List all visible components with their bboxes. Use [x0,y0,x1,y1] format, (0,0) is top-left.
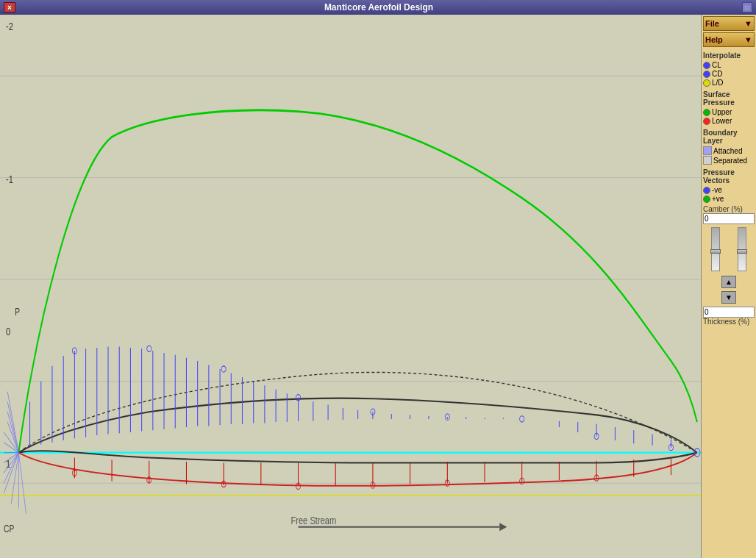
app-title: Manticore Aerofoil Design [15,2,742,12]
maximize-button[interactable]: □ [742,2,752,12]
cl-label: CL [712,61,721,69]
upper-radio[interactable] [703,109,710,116]
ld-radio-row: L/D [703,79,755,87]
svg-rect-0 [0,15,701,558]
attached-label: Attached [713,147,742,155]
cp-axis-label: CP [4,523,14,534]
camber-container: Camber (%) [703,205,755,273]
thickness-label: Thickness (%) [703,318,755,326]
thickness-value[interactable] [703,307,755,318]
ld-radio[interactable] [703,79,710,87]
attached-checkbox[interactable] [703,146,712,155]
file-button[interactable]: File ▼ [703,16,755,31]
scroll-down-button[interactable]: ▼ [721,291,736,304]
neg-ve-row: -ve [703,186,755,194]
camber-value[interactable] [703,213,755,224]
separated-label: Separated [713,157,747,165]
free-stream-label: Free Stream [290,514,336,526]
nav-arrows: ▲ [703,276,755,288]
y-label-0: 0 [6,326,10,338]
interpolate-section-label: Interpolate [703,51,755,60]
camber-slider[interactable] [711,227,720,271]
help-button[interactable]: Help ▼ [703,32,755,47]
camber-slider2[interactable] [738,227,746,271]
attached-row: Attached [703,146,755,155]
lower-radio-row: Lower [703,117,755,125]
upper-radio-row: Upper [703,108,755,116]
cl-radio[interactable] [703,62,710,69]
camber-label: Camber (%) [703,205,755,213]
p-axis-label: P [15,306,20,318]
cd-label: CD [712,70,722,78]
pos-ve-row: +ve [703,195,755,203]
close-button[interactable]: × [4,2,15,12]
surface-pressure-label: Surface Pressure [703,90,755,107]
right-panel: File ▼ Help ▼ Interpolate CL CD L/D Surf… [701,15,756,558]
pos-ve-label: +ve [712,195,724,203]
y-label-neg1: -1 [6,173,13,185]
chart-area: -2 -1 0 1 CP P Free Stream [0,15,701,558]
lower-radio[interactable] [703,118,710,125]
neg-ve-label: -ve [712,186,722,194]
separated-checkbox[interactable] [703,156,712,165]
neg-ve-radio[interactable] [703,187,710,194]
y-label-neg2: -2 [6,20,13,32]
ld-label: L/D [712,79,724,87]
upper-label: Upper [712,108,732,116]
pressure-vectors-label: Pressure Vectors [703,168,755,185]
pos-ve-radio[interactable] [703,196,710,203]
aerofoil-chart: -2 -1 0 1 CP P Free Stream [0,15,701,558]
separated-row: Separated [703,156,755,165]
camber-thumb[interactable] [710,249,721,254]
camber-thumb2[interactable] [737,249,747,254]
boundary-layer-right-label: Boundary Layer [703,129,755,145]
scroll-up-button[interactable]: ▲ [721,276,736,288]
cd-radio-row: CD [703,70,755,78]
title-bar: × Manticore Aerofoil Design □ [0,0,756,15]
cl-radio-row: CL [703,61,755,69]
cd-radio[interactable] [703,71,710,78]
lower-label: Lower [712,117,732,125]
thickness-container: Thickness (%) [703,307,755,326]
